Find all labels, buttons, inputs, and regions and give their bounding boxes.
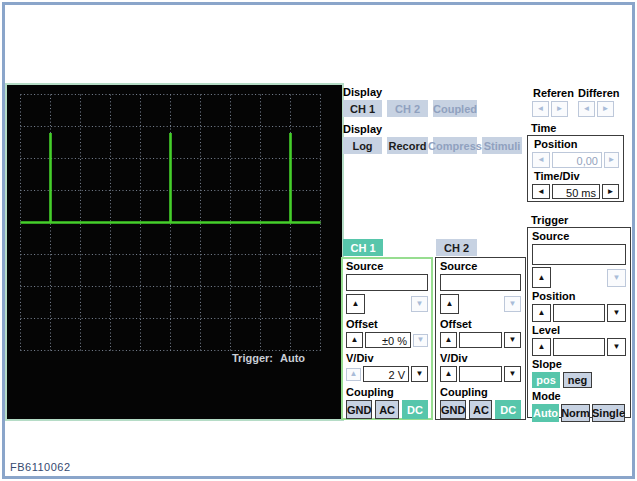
display-stimuli-button[interactable]: Stimuli bbox=[482, 137, 522, 154]
right-arrow-icon: ► bbox=[556, 105, 564, 113]
down-arrow-icon: ▼ bbox=[509, 300, 517, 308]
ch1-offset-up-button[interactable]: ▲ bbox=[346, 332, 363, 348]
ch2-source-label: Source bbox=[440, 261, 521, 272]
ch1-tab-button[interactable]: CH 1 bbox=[343, 239, 383, 256]
time-position-decrement-button[interactable]: ◄ bbox=[532, 152, 550, 168]
down-arrow-icon: ▼ bbox=[417, 336, 425, 344]
display-compress-button[interactable]: Compress bbox=[433, 137, 477, 154]
trigger-position-up-button[interactable]: ▲ bbox=[532, 304, 551, 322]
up-arrow-icon: ▲ bbox=[446, 300, 454, 308]
display-record-button[interactable]: Record bbox=[387, 137, 428, 154]
ch1-vdiv-label: V/Div bbox=[346, 353, 428, 364]
trigger-level-input[interactable] bbox=[553, 338, 605, 356]
trigger-source-down-button[interactable]: ▼ bbox=[607, 269, 626, 287]
trigger-position-label: Position bbox=[532, 291, 626, 302]
trigger-position-input[interactable] bbox=[553, 304, 605, 322]
ch2-source-up-button[interactable]: ▲ bbox=[440, 294, 459, 314]
trigger-panel-label: Trigger bbox=[531, 215, 568, 226]
ch2-coupling-gnd-button[interactable]: GND bbox=[440, 400, 466, 419]
up-arrow-icon: ▲ bbox=[445, 336, 453, 344]
display-mode-label: Display bbox=[343, 124, 382, 135]
left-arrow-icon: ◄ bbox=[537, 188, 545, 196]
ch1-source-up-button[interactable]: ▲ bbox=[346, 294, 365, 314]
reference-label: Referen bbox=[533, 88, 574, 99]
down-arrow-icon: ▼ bbox=[613, 343, 621, 351]
ch2-coupling-ac-button[interactable]: AC bbox=[469, 400, 492, 419]
ch1-coupling-ac-button[interactable]: AC bbox=[375, 400, 398, 419]
right-arrow-icon: ► bbox=[608, 156, 616, 164]
ch1-coupling-gnd-button[interactable]: GND bbox=[346, 400, 372, 419]
mode-norm-button[interactable]: Norm bbox=[561, 404, 590, 422]
ch1-vdiv-up-button[interactable]: ▲ bbox=[346, 368, 361, 381]
ch2-tab-button[interactable]: CH 2 bbox=[436, 239, 477, 256]
ch2-vdiv-up-button[interactable]: ▲ bbox=[440, 366, 457, 382]
down-arrow-icon: ▼ bbox=[613, 274, 621, 282]
ch1-source-input[interactable] bbox=[346, 274, 428, 291]
down-arrow-icon: ▼ bbox=[613, 309, 621, 317]
time-div-decrement-button[interactable]: ◄ bbox=[532, 184, 550, 199]
left-arrow-icon: ◄ bbox=[583, 105, 591, 113]
up-arrow-icon: ▲ bbox=[352, 300, 360, 308]
ch2-offset-down-button[interactable]: ▼ bbox=[504, 332, 521, 348]
display-log-button[interactable]: Log bbox=[343, 137, 382, 154]
differentiate-next-button[interactable]: ► bbox=[597, 101, 614, 117]
time-div-label: Time/Div bbox=[532, 171, 619, 182]
ch2-offset-value bbox=[459, 332, 502, 348]
mode-single-button[interactable]: Single bbox=[592, 404, 625, 422]
ch2-offset-up-button[interactable]: ▲ bbox=[440, 332, 457, 348]
display-ch1-button[interactable]: CH 1 bbox=[343, 100, 382, 117]
ch1-source-label: Source bbox=[346, 261, 428, 272]
up-arrow-icon: ▲ bbox=[538, 343, 546, 351]
ch2-source-input[interactable] bbox=[440, 274, 521, 291]
ch2-offset-label: Offset bbox=[440, 319, 521, 330]
up-arrow-icon: ▲ bbox=[538, 309, 546, 317]
up-arrow-icon: ▲ bbox=[351, 336, 359, 344]
ch1-vdiv-down-button[interactable]: ▼ bbox=[411, 366, 428, 382]
time-panel: Position ◄ 0,00 ► Time/Div ◄ 50 ms ► bbox=[527, 135, 624, 202]
down-arrow-icon: ▼ bbox=[509, 336, 517, 344]
trigger-panel: Source ▲ ▼ Position ▲ ▼ Level ▲ ▼ Slope … bbox=[527, 227, 631, 418]
device-id-label: FB6110062 bbox=[10, 461, 71, 473]
slope-neg-button[interactable]: neg bbox=[563, 372, 592, 388]
reference-next-button[interactable]: ► bbox=[551, 101, 568, 117]
time-div-increment-button[interactable]: ► bbox=[602, 184, 619, 199]
down-arrow-icon: ▼ bbox=[416, 370, 424, 378]
time-position-label: Position bbox=[532, 139, 619, 150]
trigger-source-label: Source bbox=[532, 231, 626, 242]
ch2-source-down-button[interactable]: ▼ bbox=[504, 296, 521, 312]
ch2-coupling-dc-button[interactable]: DC bbox=[495, 400, 521, 419]
trigger-level-down-button[interactable]: ▼ bbox=[607, 338, 626, 356]
display-ch2-button[interactable]: CH 2 bbox=[387, 100, 428, 117]
differentiate-prev-button[interactable]: ◄ bbox=[578, 101, 595, 117]
slope-pos-button[interactable]: pos bbox=[532, 372, 560, 388]
down-arrow-icon: ▼ bbox=[509, 370, 517, 378]
trigger-mode-label: Mode bbox=[532, 391, 626, 402]
display-coupled-button[interactable]: Coupled bbox=[433, 100, 477, 117]
ch1-source-down-button[interactable]: ▼ bbox=[411, 296, 428, 312]
left-arrow-icon: ◄ bbox=[537, 156, 545, 164]
trigger-level-label: Level bbox=[532, 325, 626, 336]
trigger-level-up-button[interactable]: ▲ bbox=[532, 338, 551, 356]
trigger-position-down-button[interactable]: ▼ bbox=[607, 304, 626, 322]
differentiate-label: Differen bbox=[578, 88, 620, 99]
ch2-vdiv-value bbox=[459, 366, 502, 382]
trigger-source-input[interactable] bbox=[532, 244, 626, 265]
left-arrow-icon: ◄ bbox=[537, 105, 545, 113]
reference-prev-button[interactable]: ◄ bbox=[532, 101, 549, 117]
time-panel-label: Time bbox=[531, 123, 556, 134]
ch2-coupling-label: Coupling bbox=[440, 387, 521, 398]
mode-auto-button[interactable]: Auto bbox=[532, 404, 559, 422]
time-position-increment-button[interactable]: ► bbox=[604, 152, 619, 168]
trigger-status-label: Trigger: bbox=[232, 353, 273, 364]
ch2-vdiv-down-button[interactable]: ▼ bbox=[504, 366, 521, 382]
ch1-coupling-dc-button[interactable]: DC bbox=[402, 400, 428, 419]
display-channel-label: Display bbox=[343, 87, 382, 98]
ch1-coupling-label: Coupling bbox=[346, 387, 428, 398]
trigger-source-up-button[interactable]: ▲ bbox=[532, 267, 551, 288]
ch1-vdiv-value: 2 V bbox=[363, 366, 409, 382]
ch1-offset-down-button[interactable]: ▼ bbox=[413, 334, 428, 347]
up-arrow-icon: ▲ bbox=[445, 370, 453, 378]
time-position-value: 0,00 bbox=[552, 152, 602, 168]
right-arrow-icon: ► bbox=[602, 105, 610, 113]
ch2-vdiv-label: V/Div bbox=[440, 353, 521, 364]
